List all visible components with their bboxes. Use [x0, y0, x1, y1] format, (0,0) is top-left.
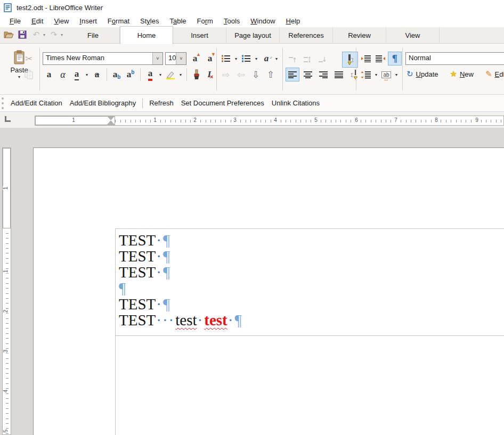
- ruler-number: 8: [434, 117, 438, 123]
- bullet-list-dropdown-icon[interactable]: ▾: [233, 56, 239, 61]
- save-icon[interactable]: [17, 29, 28, 40]
- line-spacing-icon[interactable]: [360, 68, 372, 81]
- redo-icon[interactable]: ↷: [48, 29, 59, 40]
- ruler-number: 3: [233, 117, 237, 123]
- move-up-icon[interactable]: ⇧: [264, 68, 277, 81]
- direct-cursor-icon[interactable]: [343, 52, 357, 67]
- menu-styles[interactable]: Styles: [135, 15, 164, 27]
- subscript-icon[interactable]: ab: [110, 68, 123, 81]
- align-right-icon[interactable]: [317, 68, 330, 81]
- edit-style-button[interactable]: ✎Edit: [485, 69, 504, 79]
- numbered-list-icon[interactable]: [240, 52, 253, 65]
- cut-icon[interactable]: ✂: [22, 52, 35, 65]
- menu-bar: FileEditViewInsertFormatStylesTableFormT…: [0, 15, 504, 27]
- outline-format-icon[interactable]: a◞: [260, 52, 273, 65]
- update-style-button[interactable]: ↻Update: [407, 69, 438, 79]
- document-page[interactable]: TEST·¶TEST·¶TEST·¶¶TEST·¶TEST···test·tes…: [33, 147, 504, 435]
- menu-tools[interactable]: Tools: [218, 15, 245, 27]
- italic-icon[interactable]: α: [56, 68, 69, 81]
- paste-dropdown-icon[interactable]: ▾: [17, 75, 22, 79]
- zotero-add-edit-bibliography[interactable]: Add/Edit Bibliography: [66, 96, 140, 110]
- move-down-icon[interactable]: ⇩: [249, 68, 262, 81]
- toolbar-grip[interactable]: [2, 97, 4, 109]
- char-spacing-icon[interactable]: ab ↔: [380, 68, 393, 81]
- highlight-dropdown-icon[interactable]: ▾: [178, 72, 183, 77]
- clear-formatting-icon[interactable]: I×: [204, 68, 217, 81]
- undo-dropdown-icon[interactable]: ▾: [43, 32, 45, 37]
- indent-row: ¶: [360, 52, 401, 65]
- tab-view[interactable]: View: [386, 27, 440, 44]
- font-color-icon[interactable]: a: [144, 68, 157, 81]
- underline-dropdown-icon[interactable]: ▾: [84, 72, 90, 77]
- formatting-marks-icon[interactable]: ¶: [388, 52, 401, 65]
- space-both-icon[interactable]: [301, 53, 314, 66]
- ruler-number: 5: [3, 429, 9, 433]
- underline-icon[interactable]: a: [70, 68, 83, 81]
- bullet-list-icon[interactable]: [220, 52, 232, 65]
- highlight-color-icon[interactable]: [164, 68, 177, 81]
- char-spacing-dropdown-icon[interactable]: ▾: [394, 72, 399, 77]
- strikethrough-icon[interactable]: a: [91, 68, 103, 81]
- align-left-icon[interactable]: [286, 68, 299, 81]
- redo-dropdown-icon[interactable]: ▾: [61, 32, 63, 37]
- font-color-dropdown-icon[interactable]: ▾: [158, 72, 163, 77]
- tab-references[interactable]: References: [280, 27, 333, 44]
- font-name-combo[interactable]: Times New Roman ˅: [43, 52, 163, 65]
- shrink-font-icon[interactable]: a▼: [204, 52, 216, 65]
- line-spacing-dropdown-icon[interactable]: ▾: [373, 72, 379, 77]
- grow-font-icon[interactable]: a▲: [189, 52, 201, 65]
- align-justify-icon[interactable]: [332, 68, 345, 81]
- document-line: TEST·¶: [119, 232, 242, 248]
- tab-home[interactable]: Home: [120, 26, 173, 44]
- zotero-unlink-citations[interactable]: Unlink Citations: [268, 96, 323, 110]
- font-size-combo[interactable]: 10 ˅: [165, 52, 186, 65]
- menu-edit[interactable]: Edit: [26, 15, 48, 27]
- space-mark: ·: [198, 311, 204, 329]
- tab-insert[interactable]: Insert: [173, 27, 226, 44]
- ruler-number: 1: [3, 269, 9, 274]
- open-icon[interactable]: [3, 29, 14, 40]
- tab-stop-selector-icon[interactable]: [5, 116, 11, 122]
- space-below-icon[interactable]: [316, 53, 329, 66]
- menu-insert[interactable]: Insert: [74, 15, 102, 27]
- edit-label: Edit: [495, 70, 504, 78]
- increase-indent-icon[interactable]: [360, 52, 372, 65]
- menu-window[interactable]: Window: [245, 15, 280, 27]
- tab-file[interactable]: File: [67, 27, 120, 44]
- bold-icon[interactable]: a: [43, 68, 55, 81]
- new-style-button[interactable]: ★New: [450, 69, 474, 79]
- document-text[interactable]: TEST·¶TEST·¶TEST·¶¶TEST·¶TEST···test·tes…: [119, 232, 242, 328]
- style-actions: ↻Update★New✎Edit: [407, 69, 504, 79]
- align-center-icon[interactable]: [302, 68, 314, 81]
- outline-format-dropdown-icon[interactable]: ▾: [274, 56, 279, 61]
- fill-mode-icon[interactable]: [348, 68, 361, 81]
- font-size-dropdown-icon[interactable]: ˅: [176, 53, 186, 64]
- zotero-refresh[interactable]: Refresh: [145, 96, 177, 110]
- zotero-set-document-preferences[interactable]: Set Document Preferences: [177, 96, 268, 110]
- space-above-icon[interactable]: [286, 53, 299, 66]
- promote-icon[interactable]: ⇦: [234, 68, 247, 81]
- font-name-value: Times New Roman: [43, 53, 152, 64]
- font-name-dropdown-icon[interactable]: ˅: [152, 53, 162, 64]
- copy-icon[interactable]: [22, 68, 35, 81]
- decrease-indent-icon[interactable]: [374, 52, 387, 65]
- menu-view[interactable]: View: [48, 15, 74, 27]
- menu-table[interactable]: Table: [164, 15, 191, 27]
- horizontal-ruler[interactable]: 1123456789: [35, 116, 504, 126]
- menu-form[interactable]: Form: [192, 15, 218, 27]
- char-format-row: a α a ▾ a ab ab a ▾ ▾ I×: [43, 68, 217, 81]
- demote-icon[interactable]: ⇨: [220, 68, 232, 81]
- menu-format[interactable]: Format: [102, 15, 135, 27]
- undo-icon[interactable]: ↶: [31, 29, 42, 40]
- superscript-icon[interactable]: ab: [124, 68, 137, 81]
- clone-formatting-icon[interactable]: [190, 68, 203, 81]
- menu-help[interactable]: Help: [281, 15, 306, 27]
- space-mark: ·: [228, 311, 234, 329]
- tab-review[interactable]: Review: [333, 27, 386, 44]
- zotero-add-edit-citation[interactable]: Add/Edit Citation: [7, 96, 66, 110]
- tab-page-layout[interactable]: Page layout: [226, 27, 280, 44]
- vertical-ruler[interactable]: 112345: [2, 147, 11, 435]
- numbered-list-dropdown-icon[interactable]: ▾: [254, 56, 259, 61]
- style-combo[interactable]: Normal: [405, 52, 504, 65]
- menu-file[interactable]: File: [4, 15, 26, 27]
